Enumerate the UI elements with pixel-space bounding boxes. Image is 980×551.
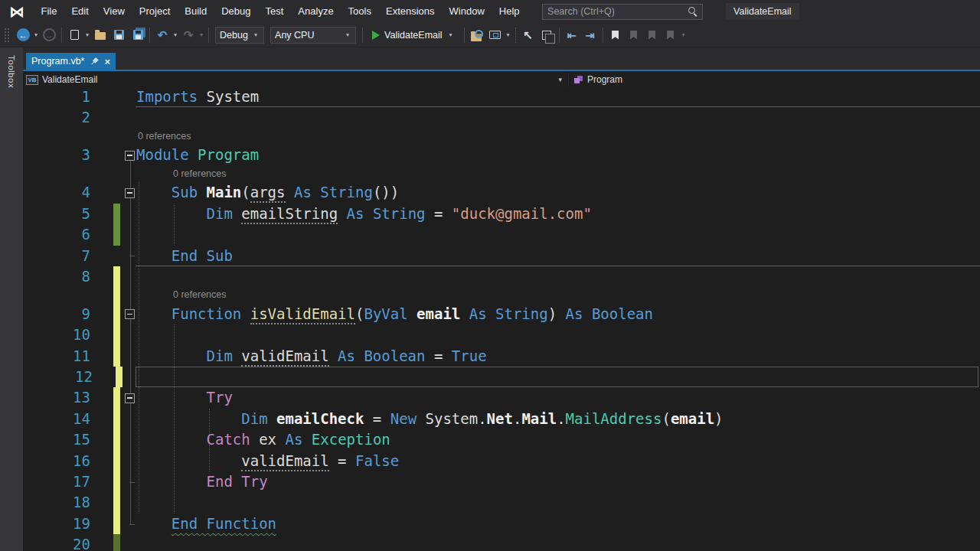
code-line-16[interactable]: 16 validEmail = False	[23, 451, 980, 471]
code-line-7[interactable]: 7 End Sub	[23, 246, 980, 266]
line-number[interactable]: 13	[23, 387, 90, 408]
toolbox-tab[interactable]: Toolbox	[7, 55, 16, 88]
outlining-margin[interactable]	[122, 387, 136, 408]
save-button[interactable]	[109, 26, 128, 44]
line-number[interactable]: 16	[23, 451, 90, 471]
new-file-chevron-icon[interactable]: ▾	[83, 31, 91, 38]
redo-button[interactable]: ↷	[179, 26, 198, 44]
line-number[interactable]: 20	[23, 534, 90, 551]
collapse-region-icon[interactable]	[125, 309, 135, 319]
menu-view[interactable]: View	[96, 0, 132, 23]
menu-debug[interactable]: Debug	[214, 0, 258, 23]
code-line-14[interactable]: 14 Dim emailCheck = New System.Net.Mail.…	[23, 409, 980, 429]
properties-button[interactable]	[537, 26, 556, 44]
navigate-back-button[interactable]: ←	[14, 26, 32, 44]
line-number[interactable]: 2	[23, 107, 90, 128]
codelens-references[interactable]: 0 references	[173, 166, 226, 183]
browser-chevron-icon[interactable]: ▾	[505, 31, 512, 38]
redo-chevron-icon[interactable]: ▾	[198, 31, 205, 38]
line-number[interactable]: 1	[23, 86, 90, 107]
menu-project[interactable]: Project	[132, 0, 177, 23]
line-number[interactable]: 9	[23, 304, 90, 324]
codelens-row[interactable]: 0 references	[23, 166, 980, 183]
code-line-3[interactable]: 3Module Program	[23, 145, 980, 165]
code-line-8[interactable]: 8	[23, 266, 980, 287]
line-number[interactable]: 14	[23, 409, 90, 429]
new-file-button[interactable]	[65, 26, 83, 44]
selection-mode-button[interactable]: ↖	[519, 26, 537, 44]
code-line-12[interactable]: 12	[23, 367, 980, 387]
undo-button[interactable]: ↶	[153, 26, 172, 44]
line-number[interactable]: 12	[25, 367, 93, 387]
outlining-margin[interactable]	[122, 145, 136, 165]
start-debugging-button[interactable]: ValidateEmail ▾	[366, 26, 461, 44]
line-number[interactable]: 11	[23, 346, 90, 367]
toolbar-grip[interactable]	[4, 28, 10, 43]
line-number[interactable]: 17	[23, 471, 90, 492]
menu-analyze[interactable]: Analyze	[291, 0, 341, 23]
pin-icon[interactable]	[89, 56, 100, 67]
menu-test[interactable]: Test	[258, 0, 291, 23]
line-number[interactable]	[23, 129, 90, 145]
codelens-row[interactable]: 0 references	[23, 287, 980, 304]
clear-bookmarks-button[interactable]	[662, 26, 680, 44]
collapse-region-icon[interactable]	[125, 393, 135, 403]
code-line-15[interactable]: 15 Catch ex As Exception	[23, 429, 980, 450]
code-line-11[interactable]: 11 Dim validEmail As Boolean = True	[23, 346, 980, 367]
navigate-forward-button[interactable]: →	[40, 26, 58, 44]
search-input[interactable]	[543, 6, 687, 17]
code-line-18[interactable]: 18	[23, 492, 980, 513]
line-number[interactable]: 7	[23, 246, 90, 266]
code-line-4[interactable]: 4 Sub Main(args As String())	[23, 182, 980, 203]
type-dropdown[interactable]: Program	[568, 73, 980, 86]
increase-indent-button[interactable]: ⇥	[581, 26, 599, 44]
code-line-10[interactable]: 10	[23, 324, 980, 345]
collapse-region-icon[interactable]	[125, 151, 135, 161]
menu-help[interactable]: Help	[492, 0, 527, 23]
line-number[interactable]: 15	[23, 429, 90, 450]
menu-window[interactable]: Window	[442, 0, 492, 23]
tab-program-vb[interactable]: Program.vb* ×	[26, 53, 116, 70]
outlining-margin[interactable]	[122, 304, 136, 324]
codelens-references[interactable]: 0 references	[173, 287, 226, 304]
previous-bookmark-button[interactable]	[625, 26, 643, 44]
menu-extensions[interactable]: Extensions	[378, 0, 442, 23]
line-number[interactable]: 3	[23, 145, 90, 165]
code-line-20[interactable]: 20	[23, 534, 980, 551]
line-number[interactable]: 10	[23, 324, 90, 345]
solution-configuration-dropdown[interactable]: Debug▾	[215, 27, 264, 44]
project-dropdown[interactable]: VB ValidateEmail ▾	[23, 73, 568, 86]
back-history-chevron-icon[interactable]: ▾	[32, 31, 40, 38]
decrease-indent-button[interactable]: ⇤	[563, 26, 581, 44]
outlining-margin[interactable]	[122, 182, 136, 203]
code-line-5[interactable]: 5 Dim emailString As String = "duck@gmai…	[23, 204, 980, 224]
menu-build[interactable]: Build	[178, 0, 214, 23]
undo-chevron-icon[interactable]: ▾	[172, 31, 179, 38]
menu-file[interactable]: File	[34, 0, 64, 23]
toolbar-overflow-chevron-icon[interactable]: ▾	[680, 31, 688, 38]
menu-edit[interactable]: Edit	[64, 0, 96, 23]
codelens-row[interactable]: 0 references	[23, 129, 980, 145]
line-number[interactable]: 5	[23, 204, 90, 224]
line-number[interactable]: 18	[23, 492, 90, 513]
line-number[interactable]: 4	[23, 182, 90, 203]
save-all-button[interactable]	[128, 26, 146, 44]
code-line-19[interactable]: 19 End Function	[23, 514, 980, 534]
code-line-6[interactable]: 6	[23, 224, 980, 245]
find-in-files-button[interactable]	[468, 26, 486, 44]
browser-link-button[interactable]	[486, 26, 505, 44]
collapse-region-icon[interactable]	[125, 188, 135, 198]
solution-platform-dropdown[interactable]: Any CPU▾	[270, 27, 356, 44]
line-number[interactable]	[23, 166, 90, 183]
line-number[interactable]: 6	[23, 224, 90, 245]
search-box[interactable]	[542, 4, 703, 20]
code-line-1[interactable]: 1Imports System	[23, 86, 980, 107]
code-line-9[interactable]: 9 Function isValidEmail(ByVal email As S…	[23, 304, 980, 324]
codelens-references[interactable]: 0 references	[138, 129, 191, 145]
toggle-bookmark-button[interactable]	[606, 26, 625, 44]
line-number[interactable]: 19	[23, 514, 90, 534]
run-target-chevron-icon[interactable]: ▾	[447, 31, 455, 38]
close-icon[interactable]: ×	[104, 57, 110, 67]
code-line-2[interactable]: 2	[23, 107, 980, 128]
line-number[interactable]	[23, 287, 90, 304]
